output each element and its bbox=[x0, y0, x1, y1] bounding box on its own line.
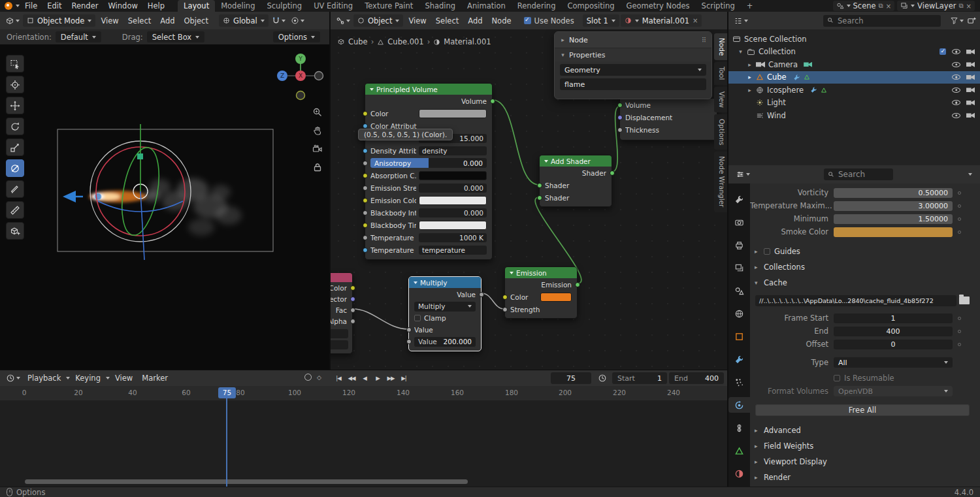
proportional-editing-toggle[interactable] bbox=[289, 16, 306, 25]
timeline-ruler[interactable]: 0 20 40 60 80 100 120 140 160 180 200 22… bbox=[0, 386, 727, 400]
shader-menu-add[interactable]: Add bbox=[464, 16, 486, 25]
tool-rotate[interactable] bbox=[6, 118, 24, 135]
lock-view-icon[interactable] bbox=[312, 162, 323, 172]
viewlayer-selector[interactable]: ViewLayer ⧉ × bbox=[897, 1, 975, 11]
timeline-menu-keying[interactable]: Keying bbox=[71, 374, 105, 383]
viewport-menu-view[interactable]: View bbox=[97, 16, 122, 25]
section-guides[interactable]: ▸ Guides bbox=[750, 245, 980, 258]
viewport-menu-object[interactable]: Object bbox=[180, 16, 212, 25]
viewport-options-dropdown[interactable]: Options bbox=[273, 31, 320, 42]
node-attribute[interactable]: Color Vector Fac Alpha bbox=[331, 272, 353, 354]
drag-setting-dropdown[interactable]: Select Box bbox=[147, 31, 205, 42]
shader-menu-select[interactable]: Select bbox=[432, 16, 463, 25]
scene-copy-icon[interactable]: ⧉ bbox=[879, 2, 883, 10]
start-frame-field[interactable]: Start 1 bbox=[612, 372, 667, 384]
expand-arrow[interactable]: ▾ bbox=[738, 48, 743, 55]
workspace-tab-texture-paint[interactable]: Texture Paint bbox=[359, 0, 419, 12]
tab-scene-properties[interactable] bbox=[728, 283, 750, 298]
timeline-horizontal-scrollbar[interactable] bbox=[25, 479, 468, 484]
socket-output-volume[interactable] bbox=[617, 103, 623, 108]
viewport-menu-select[interactable]: Select bbox=[124, 16, 155, 25]
viewport-menu-add[interactable]: Add bbox=[156, 16, 178, 25]
viewlayer-copy-icon[interactable]: ⧉ bbox=[958, 2, 963, 10]
attribute-node-header[interactable] bbox=[331, 273, 352, 282]
section-cache[interactable]: ▾ Cache bbox=[750, 276, 980, 289]
navigation-gizmo[interactable]: Y Z X bbox=[274, 51, 327, 104]
node-emission[interactable]: Emission Emission Color Strength bbox=[504, 266, 578, 319]
hide-eye-icon[interactable] bbox=[952, 49, 960, 54]
section-collections[interactable]: ▸ Collections bbox=[750, 261, 980, 274]
tool-move[interactable] bbox=[6, 97, 24, 114]
material-unlink-icon[interactable]: × bbox=[693, 17, 698, 24]
render-visibility-icon[interactable] bbox=[966, 112, 975, 118]
section-render[interactable]: ▸ Render bbox=[750, 471, 980, 484]
expand-arrow[interactable]: ▸ bbox=[747, 61, 753, 68]
new-collection-icon[interactable] bbox=[967, 16, 977, 25]
menu-edit[interactable]: Edit bbox=[42, 0, 66, 12]
add-workspace-button[interactable]: + bbox=[741, 0, 759, 12]
emission-orange-swatch[interactable] bbox=[540, 293, 572, 302]
shader-editor[interactable]: Cube › Cube.001 › Material.001 Color Vec… bbox=[331, 29, 727, 370]
socket-alpha[interactable] bbox=[350, 319, 355, 324]
socket-value-in-2[interactable] bbox=[406, 339, 412, 344]
format-volumes-dropdown[interactable]: OpenVDB bbox=[834, 386, 953, 396]
material-selector[interactable]: Material.001 × bbox=[621, 14, 702, 27]
tab-render-properties[interactable] bbox=[728, 214, 750, 230]
attribute-name-input[interactable]: flame bbox=[560, 78, 706, 90]
breadcrumb-data[interactable]: Cube.001 bbox=[387, 37, 423, 46]
offset-field[interactable]: 0 bbox=[834, 340, 953, 349]
animate-decorator[interactable] bbox=[958, 191, 961, 195]
render-visibility-icon[interactable] bbox=[966, 49, 975, 55]
render-visibility-icon[interactable] bbox=[966, 100, 975, 106]
principled-volume-header[interactable]: Principled Volume bbox=[365, 84, 492, 95]
smoke-color-swatch[interactable] bbox=[834, 227, 953, 237]
type-dropdown[interactable]: All bbox=[834, 357, 953, 368]
auto-keyframe-icon[interactable] bbox=[304, 374, 312, 381]
temp-max-field[interactable]: 3.00000 bbox=[834, 201, 953, 211]
current-frame-field[interactable]: 75 bbox=[551, 372, 591, 384]
outliner-row-cube[interactable]: ▸ Cube bbox=[728, 71, 980, 84]
minimum-field[interactable]: 1.50000 bbox=[834, 214, 953, 224]
tool-scale[interactable] bbox=[6, 138, 24, 156]
free-all-button[interactable]: Free All bbox=[755, 404, 970, 416]
socket-fac[interactable] bbox=[350, 308, 355, 313]
animate-decorator[interactable] bbox=[958, 217, 961, 221]
tool-select-box[interactable] bbox=[6, 55, 24, 72]
folder-browse-icon[interactable] bbox=[959, 297, 970, 304]
vorticity-field[interactable]: 0.50000 bbox=[834, 188, 953, 198]
blender-logo-icon[interactable] bbox=[5, 2, 12, 10]
render-visibility-icon[interactable] bbox=[966, 74, 975, 80]
tab-tool[interactable]: Tool bbox=[714, 62, 727, 84]
play-button[interactable]: ▶ bbox=[371, 372, 384, 384]
slot-dropdown[interactable]: Slot 1 bbox=[583, 14, 619, 27]
outliner-search[interactable]: Search bbox=[823, 15, 941, 27]
expand-arrow[interactable]: ▸ bbox=[747, 87, 753, 93]
gizmo-axis-handle[interactable] bbox=[137, 153, 143, 159]
tab-constraints-properties[interactable] bbox=[728, 420, 750, 436]
prev-keyframe-button[interactable]: ◀◀ bbox=[345, 372, 358, 384]
value-number-field[interactable]: Value200.000 bbox=[414, 337, 476, 347]
tool-cursor[interactable] bbox=[6, 76, 24, 93]
operation-dropdown[interactable]: Multiply bbox=[414, 302, 476, 312]
cache-path-field[interactable]: //..\..\..\..\..\..\..\AppData\Lo...2840… bbox=[755, 295, 956, 306]
menu-help[interactable]: Help bbox=[143, 0, 169, 12]
section-advanced[interactable]: ▸ Advanced bbox=[750, 424, 980, 437]
is-resumable-toggle[interactable]: Is Resumable bbox=[834, 374, 953, 383]
socket-temperature-attribute[interactable] bbox=[363, 248, 368, 253]
animate-decorator[interactable] bbox=[958, 330, 961, 333]
multiply-header[interactable]: Multiply bbox=[409, 277, 481, 288]
timeline-menu-playback[interactable]: Playback bbox=[24, 374, 65, 383]
collapse-icon[interactable] bbox=[544, 160, 548, 163]
emission-color-swatch[interactable] bbox=[419, 196, 487, 205]
workspace-tab-modeling[interactable]: Modeling bbox=[215, 0, 261, 12]
workspace-tab-layout[interactable]: Layout bbox=[178, 0, 215, 12]
node-material-output[interactable]: Volume Displacement Thickness bbox=[619, 98, 717, 140]
shader-menu-view[interactable]: View bbox=[404, 16, 430, 25]
temperature-field[interactable]: 1000 K bbox=[419, 233, 487, 242]
hide-eye-icon[interactable] bbox=[952, 88, 960, 93]
properties-panel-header[interactable]: ▾ Properties bbox=[555, 48, 711, 61]
pan-hand-icon[interactable] bbox=[312, 125, 323, 136]
workspace-tab-geometry-nodes[interactable]: Geometry Nodes bbox=[621, 0, 696, 12]
attribute-type-dropdown[interactable] bbox=[331, 329, 348, 338]
outliner-row-collection[interactable]: ▾ Collection bbox=[728, 46, 980, 59]
